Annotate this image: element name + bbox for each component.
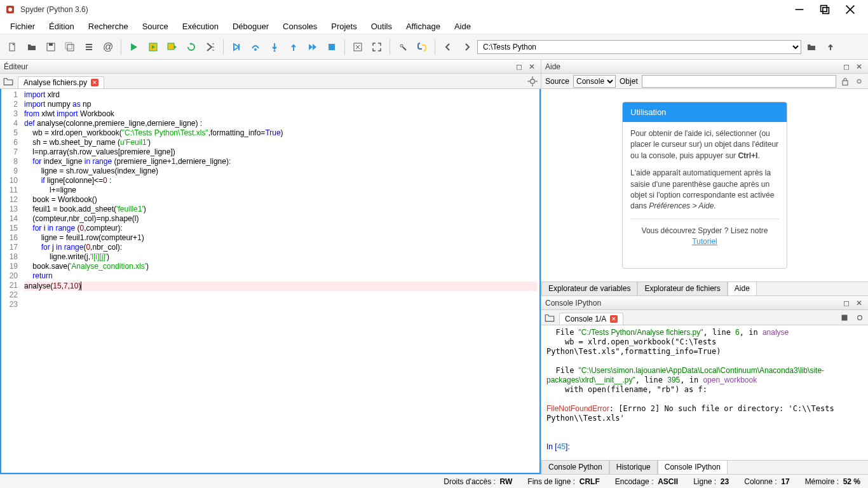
debug-button[interactable] [227,38,245,56]
maximize-button[interactable] [812,1,837,18]
help-object-input[interactable] [642,75,836,88]
run-cell-button[interactable] [144,38,162,56]
menu-recherche[interactable]: Recherche [82,20,135,33]
minimize-button[interactable] [787,1,812,18]
maximize-pane-button[interactable] [349,38,367,56]
svg-point-37 [858,315,862,320]
fullscreen-button[interactable] [368,38,386,56]
editor-pane-title: Éditeur [4,62,28,71]
ipy-tabrow: Console 1/A ✕ [541,310,868,325]
close-pane-icon[interactable]: ✕ [527,62,537,72]
help-source-label: Source [545,77,569,86]
menu-édition[interactable]: Édition [43,20,81,33]
help-pane-title: Aide [545,62,560,71]
right-panel: Aide ◻ ✕ Source Console Objet Utilisatio… [541,60,868,474]
tutorial-link[interactable]: Tutoriel [692,237,717,246]
run-cell-advance-button[interactable] [163,38,181,56]
open-file-button[interactable] [23,38,41,56]
menu-source[interactable]: Source [136,20,175,33]
step-out-button[interactable] [285,38,302,56]
menu-affichage[interactable]: Affichage [400,20,447,33]
close-button[interactable] [837,1,863,18]
statusbar: Droits d'accès : RW Fins de ligne : CRLF… [0,474,868,488]
editor-tab[interactable]: Analyse fichiers.py ✕ [18,76,104,88]
editor-panel: Éditeur ◻ ✕ Analyse fichiers.py ✕ 123456… [0,60,541,474]
lock-icon[interactable] [840,76,850,86]
save-all-button[interactable] [61,38,79,56]
svg-rect-11 [67,44,74,51]
menu-fichier[interactable]: Fichier [4,20,41,33]
ipy-console-output[interactable]: File "C:/Tests Python/Analyse fichiers.p… [541,325,868,460]
editor-tabrow: Analyse fichiers.py ✕ [0,74,541,89]
ipy-stop-icon[interactable] [839,312,850,323]
close-tab-icon[interactable]: ✕ [91,79,98,86]
svg-rect-4 [823,8,829,14]
close-ipy-icon[interactable]: ✕ [854,298,864,308]
menu-projets[interactable]: Projets [325,20,363,33]
save-button[interactable] [42,38,60,56]
menu-outils[interactable]: Outils [365,20,398,33]
back-button[interactable] [439,38,457,56]
browse-consoles-icon[interactable] [544,312,555,323]
stop-debug-button[interactable] [323,38,341,56]
help-object-label: Objet [620,77,638,86]
close-ipy-tab-icon[interactable]: ✕ [610,315,618,323]
editor-tab-label: Analyse fichiers.py [24,78,87,87]
svg-point-1 [8,8,12,11]
forward-button[interactable] [458,38,476,56]
menu-déboguer[interactable]: Déboguer [226,20,275,33]
help-panel: Aide ◻ ✕ Source Console Objet Utilisatio… [541,60,868,296]
undock-ipy-icon[interactable]: ◻ [841,298,851,308]
help-body: Utilisation Pour obtenir de l'aide ici, … [541,89,868,281]
new-file-button[interactable] [4,38,22,56]
preferences-button[interactable] [394,38,412,56]
help-source-select[interactable]: Console [573,75,616,88]
ipython-panel: Console IPython ◻ ✕ Console 1/A ✕ File "… [541,296,868,474]
python-path-button[interactable] [413,38,431,56]
tab-var-explorer[interactable]: Explorateur de variables [541,281,637,295]
ipy-options-icon[interactable] [854,312,865,323]
ipy-pane-title: Console IPython [545,299,601,308]
ipy-tab-label: Console 1/A [565,315,606,323]
menu-aide[interactable]: Aide [448,20,477,33]
help-options-icon[interactable] [854,76,864,86]
menu-consoles[interactable]: Consoles [276,20,323,33]
rerun-button[interactable] [182,38,200,56]
svg-rect-3 [821,6,827,12]
tab-help[interactable]: Aide [728,281,757,295]
browse-tabs-icon[interactable] [3,76,14,87]
svg-point-35 [857,79,861,83]
tab-file-explorer[interactable]: Explorateur de fichiers [637,281,727,295]
working-dir-select[interactable]: C:\Tests Python [477,40,801,54]
console-bottom-tabs: Console Python Historique Console IPytho… [541,460,868,474]
help-card: Utilisation Pour obtenir de l'aide ici, … [622,102,787,269]
editor-options-icon[interactable] [527,76,538,87]
at-button[interactable]: @ [99,38,117,56]
step-into-button[interactable] [266,38,283,56]
code-content[interactable]: import xlrdimport numpy as npfrom xlwt i… [22,89,539,473]
svg-rect-10 [65,43,72,49]
parent-dir-button[interactable] [822,38,839,56]
tab-ipython-console[interactable]: Console IPython [658,460,728,474]
svg-line-28 [403,47,406,50]
close-help-icon[interactable]: ✕ [854,62,864,72]
status-column: Colonne : 17 [744,477,789,486]
browse-dir-button[interactable] [803,38,820,56]
tab-python-console[interactable]: Console Python [541,460,609,474]
undock-icon[interactable]: ◻ [514,62,524,72]
menu-exécution[interactable]: Exécution [176,20,225,33]
code-editor[interactable]: 1234567891011121314151617181920212223 im… [0,89,541,474]
help-bottom-tabs: Explorateur de variables Explorateur de … [541,281,868,295]
run-selection-button[interactable] [201,38,219,56]
ipy-tab[interactable]: Console 1/A ✕ [559,313,623,325]
list-button[interactable] [80,38,98,56]
spyder-logo-icon [5,4,15,15]
window-title: Spyder (Python 3.6) [20,5,787,14]
run-button[interactable] [125,38,143,56]
step-over-button[interactable] [247,38,264,56]
line-gutter: 1234567891011121314151617181920212223 [1,89,22,473]
status-memory: Mémoire : 52 % [805,477,860,486]
undock-help-icon[interactable]: ◻ [841,62,851,72]
continue-button[interactable] [304,38,322,56]
tab-history[interactable]: Historique [609,460,658,474]
